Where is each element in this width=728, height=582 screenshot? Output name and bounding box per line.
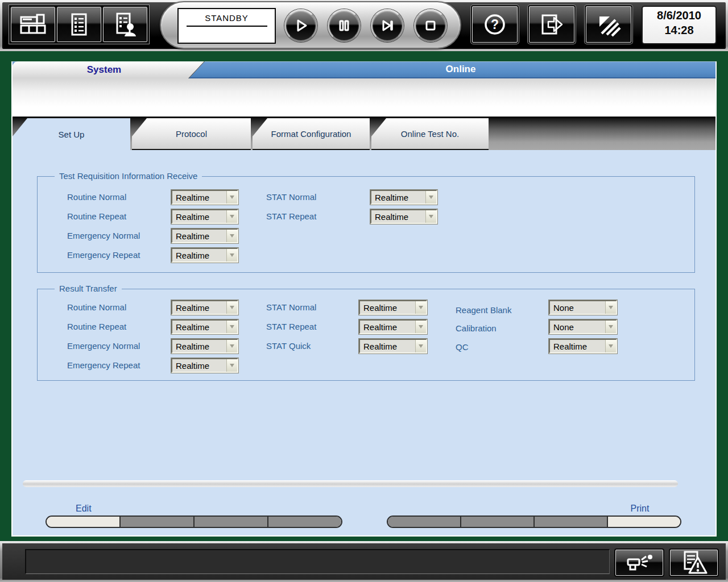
dropdown-arrow-icon — [415, 321, 426, 333]
calibration-transfer-select[interactable]: None — [549, 319, 617, 334]
dropdown-arrow-icon — [605, 301, 616, 314]
barcode-scanner-icon — [624, 551, 654, 574]
dropdown-arrow-icon — [226, 210, 237, 223]
help-button[interactable]: ? — [472, 6, 518, 43]
dropdown-arrow-icon — [226, 340, 237, 352]
stat-normal-transfer-select[interactable]: Realtime — [359, 300, 427, 315]
field-label: STAT Repeat — [266, 322, 316, 331]
right-function-bar — [387, 516, 681, 528]
emergency-normal-receive-select[interactable]: Realtime — [171, 228, 238, 243]
dropdown-arrow-icon — [226, 301, 237, 314]
group-title: Result Transfer — [55, 284, 122, 293]
emergency-normal-transfer-select[interactable]: Realtime — [171, 339, 238, 354]
error-log-button[interactable] — [670, 550, 718, 576]
start-button[interactable] — [284, 9, 317, 42]
field-label: STAT Normal — [266, 302, 316, 312]
bottom-status-inner — [2, 543, 726, 580]
header-band — [13, 78, 715, 118]
datetime-display: 8/6/2010 14:28 — [642, 6, 717, 44]
field-label: Emergency Normal — [67, 341, 140, 351]
routine-normal-transfer-select[interactable]: Realtime — [171, 300, 238, 315]
run-control-panel: STANDBY — [160, 1, 461, 49]
play-icon — [292, 17, 309, 34]
dropdown-arrow-icon — [605, 340, 616, 352]
stat-quick-transfer-select[interactable]: Realtime — [359, 339, 427, 354]
worklist-button[interactable] — [57, 7, 101, 42]
stat-repeat-transfer-select[interactable]: Realtime — [359, 319, 427, 334]
diagonal-stripes-icon — [595, 12, 622, 37]
field-label: STAT Quick — [266, 341, 311, 351]
edit-label: Edit — [76, 504, 92, 514]
sampler-stop-button[interactable] — [371, 9, 404, 42]
svg-text:?: ? — [491, 17, 499, 32]
message-display — [25, 549, 610, 574]
right-bar-segment-1[interactable] — [388, 517, 461, 527]
field-label: Routine Repeat — [67, 211, 126, 221]
dropdown-arrow-icon — [425, 210, 436, 223]
status-text: STANDBY — [179, 13, 275, 23]
status-display: STANDBY — [177, 8, 276, 44]
dropdown-arrow-icon — [605, 321, 616, 333]
print-label: Print — [623, 504, 657, 514]
stop-icon — [422, 17, 439, 34]
emergency-repeat-transfer-select[interactable]: Realtime — [171, 358, 238, 373]
system-menu-tab[interactable]: System — [13, 61, 205, 78]
left-function-bar — [46, 516, 342, 528]
edit-button[interactable] — [47, 517, 121, 527]
tab-online-test-no[interactable]: Online Test No. — [371, 118, 489, 150]
stat-repeat-receive-select[interactable]: Realtime — [370, 209, 437, 224]
right-bar-segment-2[interactable] — [461, 517, 535, 527]
tab-format-configuration[interactable]: Format Configuration — [253, 118, 370, 150]
pause-button[interactable] — [328, 9, 361, 42]
tab-set-up[interactable]: Set Up — [13, 118, 130, 150]
logoff-button[interactable] — [529, 6, 574, 43]
skip-icon — [379, 17, 396, 34]
field-label: Emergency Normal — [67, 231, 140, 240]
analyzer-menu-button[interactable] — [11, 7, 55, 42]
bottom-status-bar — [0, 541, 728, 582]
time-text: 14:28 — [643, 24, 715, 37]
field-label: Emergency Repeat — [67, 360, 140, 370]
field-label: Calibration — [456, 323, 497, 333]
barcode-scanner-button[interactable] — [615, 550, 663, 576]
routine-normal-receive-select[interactable]: Realtime — [171, 190, 238, 205]
main-panel: Online System Set Up Protocol Format Con… — [11, 61, 717, 537]
stop-button[interactable] — [414, 9, 447, 42]
status-underline — [187, 26, 267, 27]
emergency-repeat-receive-select[interactable]: Realtime — [171, 248, 238, 263]
tab-protocol[interactable]: Protocol — [132, 118, 251, 150]
routine-repeat-transfer-select[interactable]: Realtime — [171, 319, 238, 334]
dropdown-arrow-icon — [226, 249, 237, 261]
dropdown-arrow-icon — [226, 321, 237, 333]
tab-strip: Set Up Protocol Format Configuration Onl… — [13, 118, 715, 150]
left-bar-segment-4[interactable] — [268, 517, 341, 527]
qc-transfer-select[interactable]: Realtime — [549, 339, 617, 354]
top-toolbar: STANDBY — [0, 0, 728, 51]
field-label: Routine Repeat — [67, 322, 126, 331]
left-bar-segment-3[interactable] — [195, 517, 268, 527]
footer-divider — [23, 480, 678, 487]
reagent-blank-transfer-select[interactable]: None — [549, 300, 617, 315]
field-label: QC — [456, 342, 469, 352]
patient-list-icon — [113, 11, 138, 38]
diagonal-stripes-button[interactable] — [586, 6, 631, 43]
routine-repeat-receive-select[interactable]: Realtime — [171, 209, 238, 224]
stat-normal-receive-select[interactable]: Realtime — [370, 190, 437, 205]
dropdown-arrow-icon — [226, 359, 237, 372]
dropdown-arrow-icon — [425, 191, 436, 203]
field-label: STAT Normal — [266, 192, 316, 202]
print-button[interactable] — [608, 517, 680, 527]
left-bar-segment-2[interactable] — [121, 517, 195, 527]
field-label: STAT Repeat — [266, 211, 316, 221]
field-label: Emergency Repeat — [67, 250, 140, 260]
dropdown-arrow-icon — [226, 230, 237, 242]
worklist-icon — [67, 12, 92, 37]
document-warning-icon — [680, 550, 708, 575]
group-title: Test Requisition Information Receive — [55, 171, 202, 181]
field-label: Routine Normal — [67, 302, 126, 312]
patient-list-button[interactable] — [103, 7, 147, 42]
date-text: 8/6/2010 — [643, 9, 715, 22]
dropdown-arrow-icon — [415, 301, 426, 314]
right-bar-segment-3[interactable] — [535, 517, 608, 527]
field-label: Routine Normal — [67, 192, 126, 202]
